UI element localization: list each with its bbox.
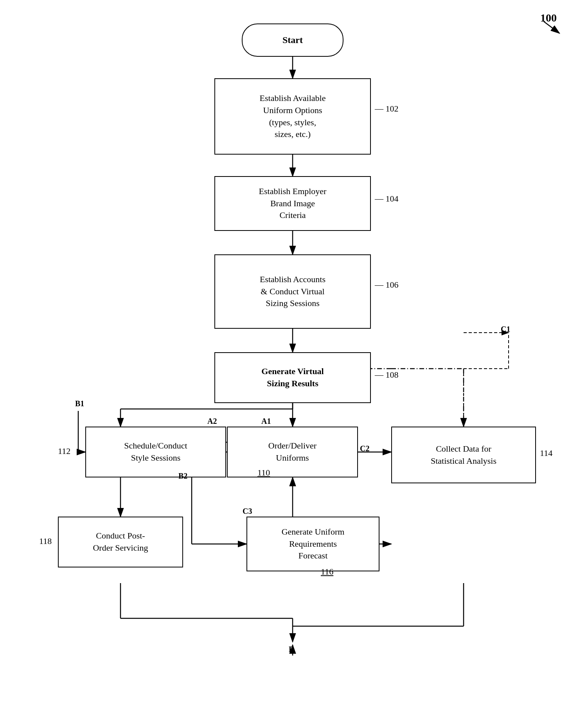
ref-114: 114 — [540, 448, 552, 458]
box-102: Establish AvailableUniform Options(types… — [214, 78, 371, 155]
ref-116: 116 — [321, 567, 333, 577]
box-112: Schedule/ConductStyle Sessions — [85, 427, 226, 477]
ref-100-label: 100 — [540, 12, 557, 24]
label-c2: C2 — [360, 444, 369, 453]
label-c1: C1 — [501, 325, 510, 334]
label-b2: B2 — [178, 472, 187, 481]
box-106: Establish Accounts& Conduct VirtualSizin… — [214, 254, 371, 329]
box-118: Conduct Post-Order Servicing — [58, 517, 183, 567]
ref-106: — 106 — [375, 280, 399, 290]
start-node: Start — [242, 23, 343, 57]
ref-112: 112 — [58, 446, 70, 456]
ref-104: — 104 — [375, 194, 399, 204]
box-110: Order/DeliverUniforms — [227, 427, 358, 477]
label-a2: A2 — [207, 417, 217, 426]
ref-108: — 108 — [375, 370, 399, 380]
d-arrow — [285, 642, 300, 657]
label-b1: B1 — [75, 399, 84, 408]
label-a1: A1 — [261, 417, 271, 426]
ref-118: 118 — [39, 536, 52, 546]
box-114: Collect Data forStatistical Analysis — [391, 427, 536, 483]
label-c3: C3 — [243, 507, 252, 516]
ref-110: 110 — [257, 468, 270, 478]
ref-102: — 102 — [375, 104, 399, 114]
box-116: Generate UniformRequirementsForecast — [246, 517, 379, 571]
box-104: Establish EmployerBrand ImageCriteria — [214, 176, 371, 231]
box-108: Generate VirtualSizing Results — [214, 352, 371, 403]
flowchart-diagram: 100 — [0, 0, 588, 724]
